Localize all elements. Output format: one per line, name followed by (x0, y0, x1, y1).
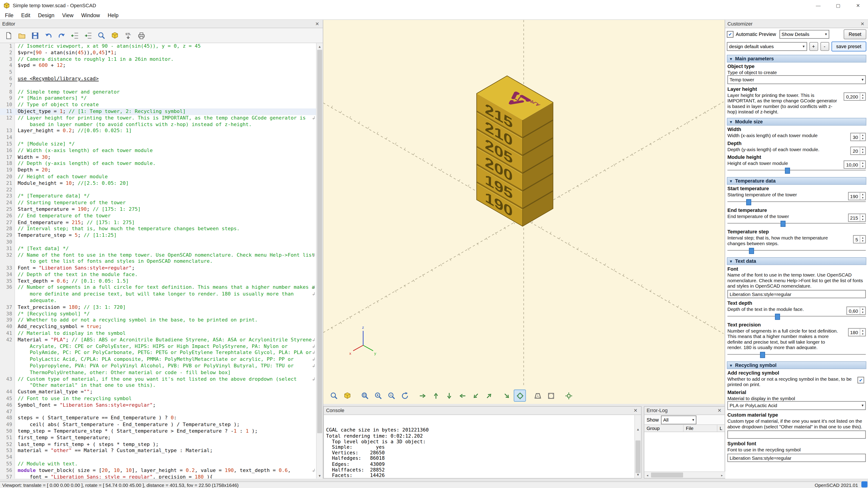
code-line[interactable]: 50temp_step = Temperature_step * ( Start… (0, 428, 317, 435)
corner-grip[interactable] (862, 482, 868, 488)
section-header-recycling-symbol[interactable]: ▼Recycling symbol (727, 361, 866, 369)
code-line[interactable]: adequate. (0, 298, 317, 304)
zoom-all-button[interactable] (359, 390, 371, 402)
param-slider[interactable] (727, 167, 866, 173)
code-line[interactable]: 22 (0, 187, 317, 193)
menu-view[interactable]: View (58, 11, 77, 19)
close-button[interactable]: ✕ (848, 0, 868, 11)
code-line[interactable]: 10// Type of object to create (0, 102, 317, 108)
code-line[interactable]: 39// Whether to add or not a recycling s… (0, 317, 317, 324)
code-line[interactable]: PolyAmide, PC: PC or PolyCarbonate, PETG… (0, 350, 317, 357)
menu-file[interactable]: File (1, 11, 18, 19)
param-slider[interactable] (727, 199, 866, 205)
param-slider[interactable] (727, 351, 866, 357)
spin-up-icon[interactable]: ▲ (860, 214, 865, 218)
param-spinbox[interactable]: 5▲▼ (853, 235, 866, 243)
code-line[interactable]: 3// Camera distance to roughly 1:1 in a … (0, 56, 317, 63)
console-scrollbar[interactable]: ▲ ▼ (634, 415, 641, 478)
errorlog-table-body[interactable] (645, 432, 725, 471)
slider-handle[interactable] (746, 199, 751, 205)
slider-handle[interactable] (780, 221, 785, 227)
code-line[interactable]: 44Custom_material_type =""; (0, 389, 317, 396)
code-line[interactable]: 46Symbol_font = "Liberation Sans:style=r… (0, 402, 317, 409)
save-preset-button[interactable]: save preset (831, 41, 866, 52)
editor-scroll-thumb[interactable] (317, 50, 322, 433)
spin-up-icon[interactable]: ▲ (860, 161, 865, 165)
code-line[interactable]: 6use <Recymbol/library.scad> (0, 76, 317, 82)
code-line[interactable]: 20// Height of each tower module (0, 174, 317, 180)
code-line[interactable]: 35Text_depth = 0.6; // [0.1: 0.05: 1.5] (0, 278, 317, 285)
spin-down-icon[interactable]: ▼ (860, 239, 865, 243)
code-line[interactable]: 38/* [Recycling symbol] */ (0, 311, 317, 318)
param-checkbox[interactable]: ✔ (857, 377, 864, 383)
view-front-button[interactable] (469, 390, 482, 402)
section-header-text-data[interactable]: ▼Text data (727, 257, 866, 265)
code-line[interactable]: based in layer number (to avoid conflict… (0, 122, 317, 128)
indent-button[interactable] (83, 30, 94, 41)
view-diagonal-button[interactable] (500, 390, 513, 402)
console-output[interactable]: CGAL cache size in bytes: 201221360Total… (324, 415, 641, 478)
3d-viewport[interactable]: 215 210 205 200 195 190 7 PLA (323, 20, 725, 404)
errorlog-column-file[interactable]: File (684, 425, 717, 431)
code-line[interactable]: ThermoPolyUrethane, other: Other materia… (0, 369, 317, 376)
scroll-up-icon[interactable]: ▲ (635, 426, 641, 432)
code-line[interactable]: 25Start_temperature = 190; // [175: 1: 2… (0, 206, 317, 213)
param-text-input[interactable]: Liberation Sans:style=regular (727, 290, 866, 298)
code-line[interactable]: 31/* [Text data] */ (0, 246, 317, 252)
code-line[interactable]: 51first_temp = Start_temperature; (0, 435, 317, 441)
zoom-out-button[interactable] (385, 390, 397, 402)
code-line[interactable]: to get the list of fonts and styles in O… (0, 258, 317, 265)
code-line[interactable]: 24// Starting temperature of the tower (0, 200, 317, 206)
code-line[interactable]: PolyLactic Acid, C/PLA: PLA composite, P… (0, 357, 317, 363)
code-line[interactable]: 42Material = "PLA"; // [ABS: ABS or Acro… (0, 337, 317, 344)
view-bottom-button[interactable] (443, 390, 455, 402)
code-line[interactable]: more definite and precise text, but will… (0, 291, 317, 298)
code-line[interactable]: 52last_temp = first_temp + ( steps * tem… (0, 441, 317, 448)
code-line[interactable]: 8// Simple temp tower and generator (0, 89, 317, 95)
scroll-down-icon[interactable]: ▼ (635, 472, 641, 478)
code-line[interactable]: "Other material" in that one to use this… (0, 383, 317, 389)
code-line[interactable]: 33Font = "Liberation Sans:style=regular"… (0, 265, 317, 271)
code-line[interactable]: Acrylate, CPE: CPE or CoPolyEster, HIPS:… (0, 344, 317, 350)
code-line[interactable]: 56module tower_block( size = [20, 10, 10… (0, 467, 317, 474)
scroll-up-icon[interactable]: ▲ (317, 43, 323, 49)
perspective-button[interactable] (531, 390, 544, 402)
maximize-button[interactable]: ▢ (828, 0, 848, 11)
orthogonal-button[interactable] (545, 390, 557, 402)
code-line[interactable]: 21Module_height = 10; //[2.5: 0.05: 20] (0, 180, 317, 187)
slider-handle[interactable] (749, 248, 754, 254)
code-line[interactable]: 37Text_precision = 180; // [3: 1: 720] (0, 304, 317, 311)
view-all-button[interactable] (562, 390, 575, 402)
code-line[interactable]: 47 (0, 409, 317, 415)
code-line[interactable]: 2$vpr=[90 - atan(sin(45)),0,45]*1; (0, 50, 317, 56)
render-button[interactable] (109, 30, 121, 41)
reset-button[interactable]: Reset (844, 29, 866, 39)
code-line[interactable]: 53material = "other" == Material ? Custo… (0, 448, 317, 454)
errorlog-close-icon[interactable]: ✕ (716, 408, 723, 413)
code-line[interactable]: 48steps = ( Start_temperature == End_tem… (0, 415, 317, 422)
render-button[interactable] (341, 390, 353, 402)
open-button[interactable] (16, 30, 28, 41)
code-line[interactable]: 1// Isometric viewport, x at 90 - atan(s… (0, 43, 317, 50)
preview-button[interactable] (328, 390, 340, 402)
menu-window[interactable]: Window (77, 11, 104, 19)
view-center-button[interactable] (514, 390, 526, 402)
menu-edit[interactable]: Edit (18, 11, 34, 19)
errorlog-scroll-thumb[interactable] (651, 473, 683, 477)
editor-scrollbar[interactable]: ▲ ▼ (316, 43, 322, 479)
code-line[interactable]: 26// End temperature of the tower (0, 213, 317, 219)
errorlog-column-group[interactable]: Group (645, 425, 684, 431)
errorlog-hscrollbar[interactable]: ◂ ▸ (645, 471, 725, 478)
code-line[interactable]: 34// Depth of the text in the module fac… (0, 271, 317, 278)
spin-up-icon[interactable]: ▲ (860, 329, 865, 332)
code-line[interactable]: 7 (0, 82, 317, 89)
spin-up-icon[interactable]: ▲ (860, 193, 865, 196)
spin-up-icon[interactable]: ▲ (860, 147, 865, 151)
code-line[interactable]: 13Layer_height = 0.2; //[0.05: 0.025: 1] (0, 128, 317, 135)
code-line[interactable]: 15/* [Module size] */ (0, 141, 317, 148)
param-spinbox[interactable]: 0,200▲▼ (844, 92, 866, 101)
view-left-button[interactable] (456, 390, 468, 402)
remove-preset-button[interactable]: - (820, 42, 829, 51)
code-line[interactable]: 40Add_recycling_symbol = true; (0, 324, 317, 330)
param-spinbox[interactable]: 180▲▼ (848, 328, 866, 336)
